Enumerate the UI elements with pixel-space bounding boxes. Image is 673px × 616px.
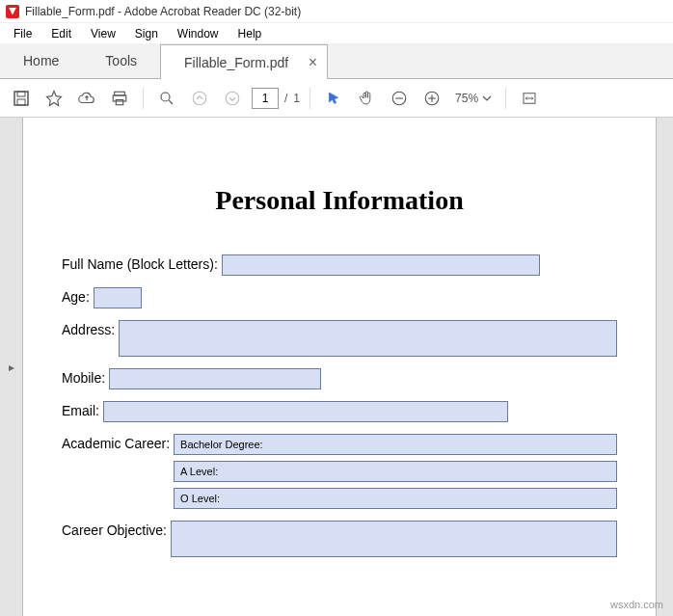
- hand-tool-button[interactable]: [353, 85, 380, 112]
- menu-bar: File Edit View Sign Window Help: [0, 23, 673, 44]
- svg-point-9: [226, 92, 239, 105]
- cloud-button[interactable]: [73, 85, 100, 112]
- label-objective: Career Objective:: [62, 521, 167, 538]
- input-fullname[interactable]: [222, 254, 540, 276]
- tab-bar: Home Tools Fillable_Form.pdf ×: [0, 44, 673, 79]
- zoom-value: 75%: [455, 92, 478, 105]
- row-fullname: Full Name (Block Letters):: [62, 254, 617, 276]
- row-address: Address:: [62, 320, 617, 357]
- star-icon: [45, 90, 63, 107]
- svg-rect-4: [113, 95, 126, 101]
- label-academic: Academic Career:: [62, 434, 170, 451]
- input-age[interactable]: [94, 287, 142, 308]
- zoom-in-button[interactable]: [418, 85, 445, 112]
- print-button[interactable]: [106, 85, 133, 112]
- svg-point-6: [161, 93, 170, 101]
- title-bar: Fillable_Form.pdf - Adobe Acrobat Reader…: [0, 0, 673, 23]
- print-icon: [111, 90, 128, 107]
- tab-document-label: Fillable_Form.pdf: [184, 55, 288, 70]
- svg-rect-0: [14, 92, 28, 105]
- plus-circle-icon: [423, 90, 441, 107]
- row-age: Age:: [62, 287, 617, 308]
- row-academic: Academic Career: Bachelor Degree: A Leve…: [62, 434, 617, 509]
- label-address: Address:: [62, 320, 115, 337]
- page-down-button[interactable]: [219, 85, 246, 112]
- toolbar-separator: [143, 88, 144, 109]
- svg-rect-2: [17, 99, 25, 105]
- label-age: Age:: [62, 287, 90, 305]
- tab-document[interactable]: Fillable_Form.pdf ×: [160, 44, 328, 79]
- selection-tool-button[interactable]: [320, 85, 347, 112]
- save-button[interactable]: [8, 85, 35, 112]
- page-number-input[interactable]: [252, 88, 279, 109]
- label-email: Email:: [62, 401, 99, 418]
- work-area: ▸ Personal Information Full Name (Block …: [0, 118, 673, 616]
- label-mobile: Mobile:: [62, 368, 105, 386]
- zoom-dropdown[interactable]: 75%: [451, 92, 496, 105]
- pdf-page: Personal Information Full Name (Block Le…: [23, 118, 656, 616]
- search-icon: [158, 90, 175, 107]
- find-button[interactable]: [153, 85, 180, 112]
- star-button[interactable]: [40, 85, 67, 112]
- input-academic-alevel[interactable]: A Level:: [174, 461, 617, 482]
- tab-home[interactable]: Home: [0, 43, 82, 78]
- close-icon[interactable]: ×: [309, 45, 317, 80]
- nav-pane-toggle[interactable]: ▸: [0, 118, 23, 616]
- row-objective: Career Objective:: [62, 521, 617, 557]
- row-email: Email:: [62, 401, 617, 422]
- input-academic-bachelor[interactable]: Bachelor Degree:: [174, 434, 617, 455]
- row-mobile: Mobile:: [62, 368, 617, 389]
- input-address[interactable]: [119, 320, 617, 357]
- page-total: 1: [293, 92, 300, 105]
- arrow-down-circle-icon: [224, 90, 241, 107]
- menu-help[interactable]: Help: [230, 25, 270, 42]
- svg-line-7: [169, 100, 173, 104]
- chevron-down-icon: [482, 94, 492, 103]
- zoom-out-button[interactable]: [386, 85, 413, 112]
- toolbar: / 1 75%: [0, 79, 673, 118]
- form-title: Personal Information: [62, 185, 617, 216]
- label-fullname: Full Name (Block Letters):: [62, 254, 218, 272]
- page-separator: /: [284, 92, 287, 105]
- fit-width-button[interactable]: [516, 85, 543, 112]
- chevron-right-icon: ▸: [9, 361, 14, 374]
- menu-edit[interactable]: Edit: [43, 25, 79, 42]
- menu-window[interactable]: Window: [170, 25, 227, 42]
- watermark: wsxdn.com: [610, 599, 663, 610]
- toolbar-separator: [310, 88, 310, 109]
- app-logo-icon: [6, 5, 19, 18]
- input-email[interactable]: [103, 401, 508, 422]
- save-icon: [13, 90, 30, 107]
- hand-icon: [358, 90, 375, 107]
- arrow-up-circle-icon: [191, 90, 208, 107]
- cursor-icon: [326, 90, 341, 107]
- menu-view[interactable]: View: [83, 25, 123, 42]
- cloud-upload-icon: [77, 90, 96, 107]
- svg-rect-5: [116, 99, 123, 104]
- fit-width-icon: [521, 90, 538, 107]
- page-up-button[interactable]: [186, 85, 213, 112]
- svg-point-8: [193, 92, 206, 105]
- input-objective[interactable]: [171, 521, 617, 557]
- menu-file[interactable]: File: [6, 25, 40, 42]
- toolbar-separator: [505, 88, 506, 109]
- minus-circle-icon: [390, 90, 408, 107]
- tab-tools[interactable]: Tools: [82, 43, 160, 78]
- input-mobile[interactable]: [109, 368, 321, 389]
- menu-sign[interactable]: Sign: [127, 25, 166, 42]
- window-title: Fillable_Form.pdf - Adobe Acrobat Reader…: [25, 5, 301, 18]
- tools-pane-toggle[interactable]: [656, 118, 673, 616]
- input-academic-olevel[interactable]: O Level:: [174, 488, 617, 509]
